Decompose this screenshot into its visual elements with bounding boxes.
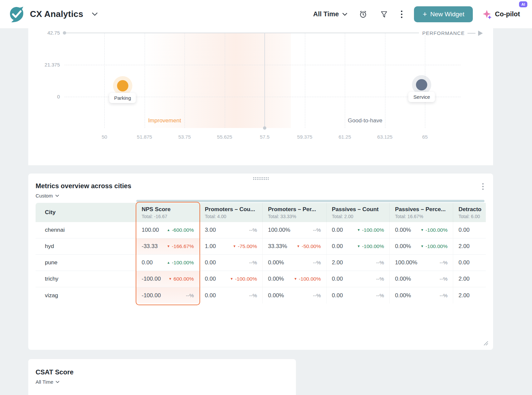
metric-value: 2.00 bbox=[332, 259, 343, 266]
new-widget-label: New Widget bbox=[430, 11, 464, 18]
metric-delta: --% bbox=[440, 260, 448, 266]
x-axis-tick-label: 59.375 bbox=[290, 134, 320, 140]
csat-time-filter-value: All Time bbox=[36, 379, 53, 385]
time-filter-dropdown[interactable]: All Time bbox=[313, 10, 347, 18]
x-gridline bbox=[385, 33, 385, 128]
metric-cell: 2.00▼ bbox=[453, 271, 486, 287]
metric-value: -100.00 bbox=[142, 292, 161, 299]
column-header[interactable]: Passives – CountTotal: 2.00 bbox=[327, 203, 390, 222]
center-divider-line bbox=[264, 33, 265, 128]
metric-delta: --% bbox=[249, 260, 257, 266]
trend-down-icon: ▼ bbox=[169, 277, 172, 281]
performance-axis-line bbox=[65, 33, 419, 33]
metric-delta: --% bbox=[440, 293, 448, 299]
x-gridline bbox=[345, 33, 345, 128]
table-row: vizag-100.00--%0.00--%0.00%--%0.00--%0.0… bbox=[36, 287, 486, 304]
metric-value: -33.33 bbox=[142, 243, 158, 250]
metric-delta-value: --% bbox=[249, 260, 257, 266]
metric-delta-value: --% bbox=[376, 293, 384, 299]
card-menu-button[interactable] bbox=[481, 182, 485, 192]
metric-value: 0.00 bbox=[205, 292, 216, 299]
app-switcher-chevron-icon[interactable] bbox=[92, 12, 98, 16]
metric-delta: ▼-100.00% bbox=[230, 276, 257, 282]
table-horizontal-scrollbar[interactable] bbox=[136, 200, 484, 202]
metric-cell: 0.00--% bbox=[200, 255, 263, 271]
metric-delta: --% bbox=[440, 276, 448, 282]
metric-cell: 0.00--% bbox=[200, 287, 263, 304]
resize-handle-icon[interactable] bbox=[483, 340, 488, 346]
metric-cell: 0.00▲-100.00% bbox=[136, 255, 200, 271]
quadrant-chart-card: PERFORMANCE 42.7521.37505051.87553.7555.… bbox=[28, 28, 493, 165]
metric-delta-value: -50.00% bbox=[302, 243, 321, 249]
metric-value: 0.00 bbox=[205, 276, 216, 282]
metric-cell: 100.00%--% bbox=[390, 255, 453, 271]
column-header[interactable]: Promoters – Cou...Total: 4.00 bbox=[200, 203, 263, 222]
drag-handle[interactable] bbox=[253, 177, 269, 180]
csat-time-filter-dropdown[interactable]: All Time bbox=[36, 379, 60, 385]
filter-button[interactable] bbox=[379, 9, 389, 20]
metric-delta-value: --% bbox=[376, 276, 384, 282]
trend-down-icon: ▼ bbox=[230, 277, 233, 281]
metric-value: 0.00 bbox=[332, 227, 343, 233]
metric-cell: -100.00▼600.00% bbox=[136, 271, 200, 287]
metric-cell: 100.00%--% bbox=[263, 222, 327, 238]
metric-delta-value: --% bbox=[440, 260, 448, 266]
metric-cell: 33.33%▼-50.00% bbox=[263, 238, 327, 254]
metric-delta-value: --% bbox=[249, 227, 257, 233]
table-row: chennai100.00▲-600.00%3.00--%100.00%--%0… bbox=[36, 222, 486, 238]
x-gridline bbox=[145, 33, 145, 128]
table-header-row: CityNPS ScoreTotal: -16.67Promoters – Co… bbox=[36, 203, 486, 222]
metric-cell: 0.00%--% bbox=[390, 287, 453, 304]
service-bubble[interactable] bbox=[416, 79, 427, 90]
x-axis-tick-label: 53.75 bbox=[170, 134, 200, 140]
column-header[interactable]: Promoters – Per...Total: 33.33% bbox=[263, 203, 327, 222]
trend-up-icon: ▲ bbox=[167, 228, 170, 232]
metric-delta-value: -100.00% bbox=[172, 260, 194, 266]
trend-down-icon: ▼ bbox=[233, 245, 236, 248]
metric-cell: 2.00▲ bbox=[453, 238, 486, 254]
city-cell: pune bbox=[36, 255, 136, 271]
table-row: trichy-100.00▼600.00%0.00▼-100.00%0.00%▼… bbox=[36, 271, 486, 287]
trend-down-icon: ▼ bbox=[421, 228, 424, 232]
metric-value: 0.00% bbox=[395, 227, 411, 233]
column-header-label: Detracto bbox=[459, 206, 486, 213]
table-filter-dropdown[interactable]: Custom bbox=[36, 193, 59, 198]
app-title: CX Analytics bbox=[30, 9, 83, 19]
metric-cell: 100.00▲-600.00% bbox=[136, 222, 200, 238]
funnel-icon bbox=[380, 10, 388, 18]
parking-bubble[interactable] bbox=[117, 80, 128, 91]
copilot-button[interactable]: AI Co-pilot bbox=[483, 9, 520, 19]
metrics-table: CityNPS ScoreTotal: -16.67Promoters – Co… bbox=[36, 203, 486, 304]
metric-delta-value: --% bbox=[440, 293, 448, 299]
column-header[interactable]: NPS ScoreTotal: -16.67 bbox=[136, 203, 200, 222]
performance-axis-label: PERFORMANCE bbox=[422, 30, 465, 36]
column-header[interactable]: DetractoTotal: 6.00 bbox=[453, 203, 486, 222]
metric-value: 0.00 bbox=[332, 276, 343, 282]
top-bar: CX Analytics All Time bbox=[0, 0, 532, 28]
column-header-label: NPS Score bbox=[142, 206, 194, 213]
metric-delta-value: -100.00% bbox=[426, 227, 448, 233]
new-widget-button[interactable]: + New Widget bbox=[414, 6, 473, 22]
more-options-button[interactable] bbox=[399, 9, 404, 20]
metric-cell: 0.00--% bbox=[327, 271, 390, 287]
column-header-city[interactable]: City bbox=[36, 203, 136, 222]
column-header[interactable]: Passives – Perce...Total: 16.67% bbox=[390, 203, 453, 222]
metric-delta: ▼-100.00% bbox=[421, 227, 448, 233]
metric-delta: ▼-100.00% bbox=[357, 243, 384, 249]
city-cell: hyd bbox=[36, 238, 136, 254]
quadrant-chart: PERFORMANCE 42.7521.37505051.87553.7555.… bbox=[28, 28, 493, 165]
column-header-total: Total: 4.00 bbox=[205, 214, 257, 219]
metric-cell: 0.00%--% bbox=[263, 255, 327, 271]
metric-delta: ▲-100.00% bbox=[167, 260, 194, 266]
metric-delta: --% bbox=[376, 276, 384, 282]
alerts-button[interactable] bbox=[357, 9, 369, 20]
metric-delta-value: -100.00% bbox=[362, 243, 384, 249]
metric-delta-value: --% bbox=[313, 293, 321, 299]
table-row: hyd-33.33▼-166.67%1.00▼-75.00%33.33%▼-50… bbox=[36, 238, 486, 255]
metric-delta: ▼-166.67% bbox=[167, 243, 194, 249]
metric-delta-value: 600.00% bbox=[174, 276, 194, 282]
x-axis-tick-label: 65 bbox=[410, 134, 440, 140]
improvement-tint bbox=[145, 33, 291, 128]
metric-delta-value: --% bbox=[249, 293, 257, 299]
metric-delta-value: --% bbox=[313, 260, 321, 266]
